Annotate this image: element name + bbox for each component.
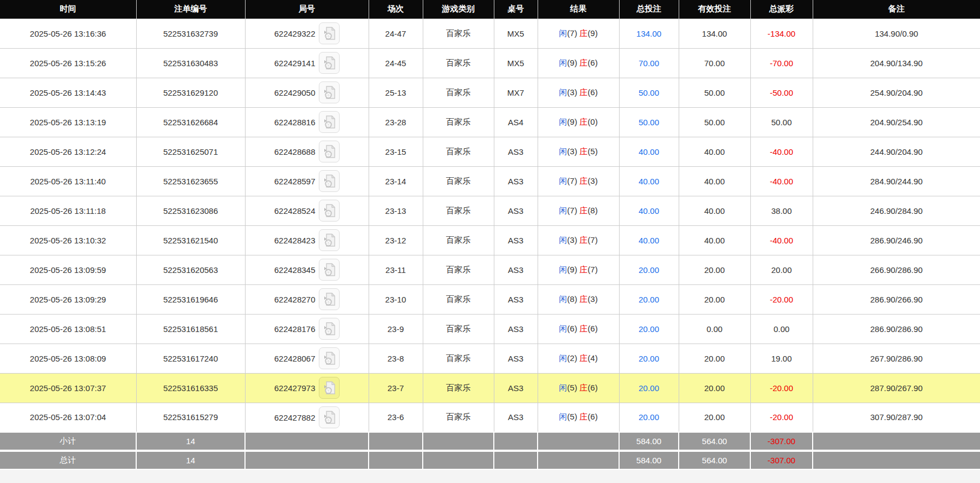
cell-bet-no: 522531618561 [136,314,245,344]
cell-table-no: MX7 [494,78,538,107]
subtotal-row: 小计 14 584.00 564.00 -307.00 [0,432,980,451]
cell-remark: 266.90/286.90 [813,255,980,284]
result-player-label: 闲 [559,324,567,333]
header-bet-no: 注单编号 [136,0,245,19]
cell-total-bet[interactable]: 50.00 [619,78,679,107]
video-replay-button[interactable] [319,406,340,428]
table-row[interactable]: 2025-05-26 13:12:24 522531625071 6224286… [0,137,980,166]
cell-valid-bet: 40.00 [679,196,750,225]
cell-total-bet[interactable]: 20.00 [619,344,679,373]
cell-bet-no: 522531621540 [136,225,245,255]
cell-table-no: AS3 [494,137,538,166]
result-player-score: (9) [567,265,577,274]
cell-round-no: 622429322 [245,19,369,48]
result-banker-score: (6) [588,88,598,97]
video-replay-button[interactable] [319,111,340,133]
table-row[interactable]: 2025-05-26 13:10:32 522531621540 6224284… [0,225,980,255]
cell-table-no: AS3 [494,225,538,255]
video-replay-button[interactable] [319,259,340,281]
table-row[interactable]: 2025-05-26 13:11:40 522531623655 6224285… [0,166,980,196]
video-replay-button[interactable] [319,170,340,192]
film-replay-icon [323,174,336,188]
round-no-text: 622428423 [274,236,315,245]
cell-round-no: 622429141 [245,48,369,78]
cell-total-bet[interactable]: 40.00 [619,196,679,225]
table-row[interactable]: 2025-05-26 13:15:26 522531630483 6224291… [0,48,980,78]
result-player-label: 闲 [559,176,567,185]
table-row[interactable]: 2025-05-26 13:14:43 522531629120 6224290… [0,78,980,107]
cell-table-no: AS3 [494,373,538,403]
table-row[interactable]: 2025-05-26 13:07:37 522531616335 6224279… [0,373,980,403]
header-result: 结果 [538,0,619,19]
cell-total-bet[interactable]: 20.00 [619,284,679,314]
table-row[interactable]: 2025-05-26 13:09:29 522531619646 6224282… [0,284,980,314]
video-replay-button[interactable] [319,52,340,74]
cell-total-bet[interactable]: 20.00 [619,255,679,284]
cell-game-type: 百家乐 [423,166,494,196]
cell-valid-bet: 40.00 [679,137,750,166]
round-no-text: 622428270 [274,295,315,304]
total-label: 总计 [0,451,136,469]
cell-time: 2025-05-26 13:11:40 [0,166,136,196]
result-banker-score: (6) [588,412,598,421]
result-banker-label: 庄 [580,324,588,333]
video-replay-button[interactable] [319,82,340,103]
table-row[interactable]: 2025-05-26 13:08:09 522531617240 6224280… [0,344,980,373]
cell-round-no: 622428067 [245,344,369,373]
video-replay-button[interactable] [319,229,340,251]
cell-total-bet[interactable]: 70.00 [619,48,679,78]
subtotal-count: 14 [136,432,245,451]
result-banker-label: 庄 [580,353,588,363]
table-row[interactable]: 2025-05-26 13:09:59 522531620563 6224283… [0,255,980,284]
cell-total-bet[interactable]: 20.00 [619,403,679,432]
cell-total-bet[interactable]: 134.00 [619,19,679,48]
cell-result: 闲(9) 庄(7) [538,255,619,284]
round-no-text: 622427882 [274,412,315,422]
video-replay-button[interactable] [319,288,340,310]
result-banker-label: 庄 [580,28,588,38]
video-replay-button[interactable] [319,141,340,162]
result-player-score: (3) [567,147,577,156]
cell-valid-bet: 0.00 [679,314,750,344]
result-banker-score: (7) [588,265,598,274]
cell-payout: 20.00 [750,255,813,284]
result-banker-label: 庄 [580,294,588,304]
cell-game-type: 百家乐 [423,373,494,403]
cell-total-bet[interactable]: 40.00 [619,166,679,196]
cell-result: 闲(2) 庄(4) [538,344,619,373]
cell-remark: 307.90/287.90 [813,403,980,432]
table-row[interactable]: 2025-05-26 13:08:51 522531618561 6224281… [0,314,980,344]
cell-bet-no: 522531632739 [136,19,245,48]
cell-total-bet[interactable]: 40.00 [619,225,679,255]
cell-time: 2025-05-26 13:10:32 [0,225,136,255]
table-row[interactable]: 2025-05-26 13:11:18 522531623086 6224285… [0,196,980,225]
cell-result: 闲(7) 庄(3) [538,166,619,196]
table-row[interactable]: 2025-05-26 13:13:19 522531626684 6224288… [0,107,980,137]
cell-remark: 267.90/286.90 [813,344,980,373]
cell-table-no: AS4 [494,107,538,137]
cell-total-bet[interactable]: 20.00 [619,373,679,403]
cell-game-type: 百家乐 [423,19,494,48]
cell-total-bet[interactable]: 20.00 [619,314,679,344]
cell-time: 2025-05-26 13:07:37 [0,373,136,403]
cell-bet-no: 522531616335 [136,373,245,403]
video-replay-button[interactable] [319,318,340,340]
cell-bet-no: 522531617240 [136,344,245,373]
table-row[interactable]: 2025-05-26 13:07:04 522531615279 6224278… [0,403,980,432]
cell-bet-no: 522531625071 [136,137,245,166]
cell-remark: 286.90/246.90 [813,225,980,255]
total-valid-bet: 564.00 [679,451,750,469]
video-replay-button[interactable] [319,200,340,222]
cell-remark: 244.90/204.90 [813,137,980,166]
cell-round-no: 622427882 [245,403,369,432]
film-replay-icon [323,203,336,218]
video-replay-button[interactable] [319,377,340,399]
table-row[interactable]: 2025-05-26 13:16:36 522531632739 6224293… [0,19,980,48]
cell-remark: 284.90/244.90 [813,166,980,196]
cell-total-bet[interactable]: 50.00 [619,107,679,137]
cell-total-bet[interactable]: 40.00 [619,137,679,166]
cell-session: 23-11 [369,255,423,284]
video-replay-button[interactable] [319,347,340,369]
cell-session: 23-6 [369,403,423,432]
video-replay-button[interactable] [319,22,340,44]
